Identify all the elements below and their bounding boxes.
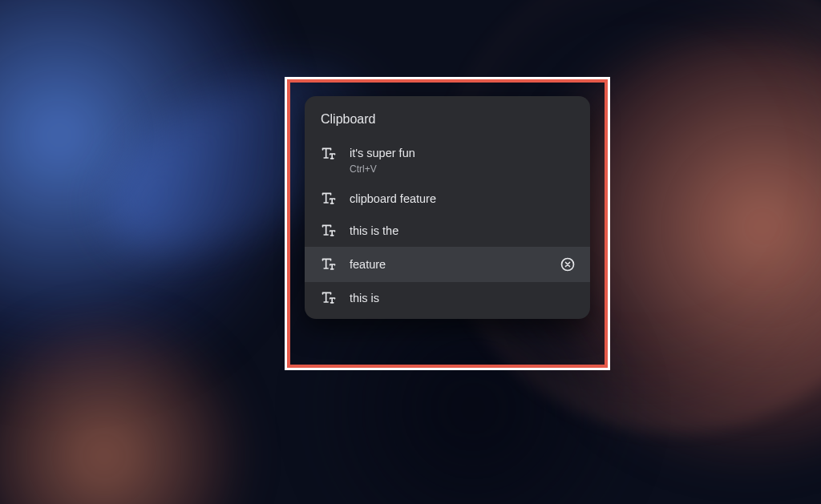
clipboard-item[interactable]: this is [305, 282, 590, 314]
text-type-icon [321, 146, 337, 162]
clipboard-item-text: this is [350, 292, 379, 304]
clipboard-item-text: it's super fun [350, 147, 415, 159]
clipboard-panel-title: Clipboard [305, 109, 590, 138]
text-type-icon [321, 223, 337, 239]
clipboard-item[interactable]: it's super fun Ctrl+V [305, 138, 590, 183]
clipboard-item[interactable]: this is the [305, 215, 590, 247]
clipboard-item-delete-button[interactable] [558, 255, 577, 274]
clipboard-item[interactable]: clipboard feature [305, 183, 590, 215]
text-type-icon [321, 191, 337, 207]
clipboard-item[interactable]: feature [305, 247, 590, 282]
clipboard-item-text: clipboard feature [350, 192, 436, 205]
clipboard-item-text: this is the [350, 224, 398, 237]
clipboard-item-shortcut: Ctrl+V [350, 163, 577, 175]
text-type-icon [321, 290, 337, 306]
clipboard-item-text: feature [350, 258, 386, 271]
clipboard-panel: Clipboard it's super fun Ctrl+V clipboar… [305, 96, 590, 319]
text-type-icon [321, 256, 337, 272]
